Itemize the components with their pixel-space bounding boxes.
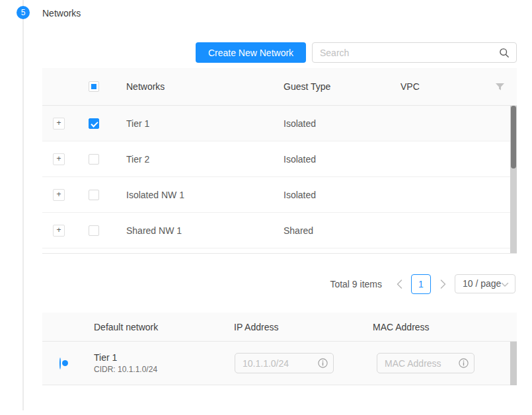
default-network-column-header: Default network (94, 322, 234, 332)
expand-row-button[interactable]: + (53, 225, 65, 237)
network-name: Tier 2 (112, 154, 276, 165)
step-number-badge: 5 (17, 6, 30, 19)
select-all-checkbox[interactable] (89, 81, 99, 92)
filter-icon[interactable] (496, 83, 504, 91)
guest-type-cell: Isolated (276, 154, 393, 165)
networks-wizard-step: 5 Networks Create New Network Networks G… (0, 0, 532, 415)
row-checkbox[interactable] (89, 190, 99, 200)
row-checkbox[interactable] (89, 154, 99, 165)
info-circle-icon[interactable] (318, 358, 328, 368)
filter-cell (482, 83, 517, 91)
expand-row-button[interactable]: + (53, 153, 65, 165)
networks-column-header: Networks (112, 81, 276, 92)
guest-type-column-header: Guest Type (276, 81, 393, 92)
row-checkbox[interactable] (89, 118, 99, 129)
default-network-radio[interactable] (59, 358, 61, 369)
network-row[interactable]: + Shared NW 1 Shared (42, 213, 510, 248)
guest-type-cell: Isolated (276, 190, 393, 200)
default-network-row[interactable]: Tier 1 CIDR: 10.1.1.0/24 (42, 342, 510, 385)
ip-address-column-header: IP Address (234, 322, 373, 332)
expand-row-button[interactable]: + (53, 189, 65, 201)
guest-type-cell: Shared (276, 225, 393, 236)
default-network-table: Default network IP Address MAC Address T… (42, 313, 517, 385)
partial-row-strip (42, 248, 510, 253)
network-name: Shared NW 1 (112, 225, 276, 236)
table-scrollbar-thumb[interactable] (511, 106, 516, 169)
step-connector-line (22, 0, 24, 410)
networks-table: Networks Guest Type VPC + Tier 1 Isolate… (42, 68, 517, 254)
page-size-select[interactable]: 10 / page (455, 274, 515, 293)
page-size-value: 10 / page (463, 278, 501, 289)
search-input[interactable] (313, 43, 516, 62)
network-name: Isolated NW 1 (112, 190, 276, 200)
info-circle-icon[interactable] (459, 358, 469, 368)
chevron-down-icon (501, 282, 509, 287)
default-network-name: Tier 1 (94, 352, 234, 363)
step-title: Networks (42, 8, 81, 19)
vpc-column-header: VPC (393, 81, 482, 92)
search-box (312, 42, 517, 63)
pagination: Total 9 items 1 10 / page (42, 274, 515, 294)
previous-page-button[interactable] (393, 274, 406, 294)
search-icon[interactable] (499, 48, 510, 58)
network-row[interactable]: + Isolated NW 1 Isolated (42, 177, 510, 213)
page-number-button[interactable]: 1 (411, 274, 431, 294)
create-network-button[interactable]: Create New Network (196, 42, 306, 63)
chevron-left-icon (397, 280, 402, 289)
network-name: Tier 1 (112, 118, 276, 129)
default-network-table-header: Default network IP Address MAC Address (42, 313, 517, 342)
mac-address-field-wrap (377, 353, 475, 373)
guest-type-cell: Isolated (276, 118, 393, 129)
networks-table-header: Networks Guest Type VPC (42, 68, 517, 106)
row-checkbox[interactable] (89, 225, 99, 236)
network-row[interactable]: + Tier 2 Isolated (42, 141, 510, 177)
table-scrollbar-track[interactable] (510, 106, 517, 253)
next-page-button[interactable] (436, 274, 449, 294)
network-row[interactable]: + Tier 1 Isolated (42, 106, 510, 141)
table-scrollbar-track[interactable] (510, 342, 517, 385)
expand-row-button[interactable]: + (53, 118, 65, 130)
default-network-cidr: CIDR: 10.1.1.0/24 (94, 365, 234, 374)
ip-address-field-wrap (235, 353, 334, 373)
mac-address-column-header: MAC Address (373, 322, 517, 332)
select-all-cell (75, 81, 112, 92)
pagination-total: Total 9 items (330, 279, 382, 289)
chevron-right-icon (440, 280, 446, 289)
